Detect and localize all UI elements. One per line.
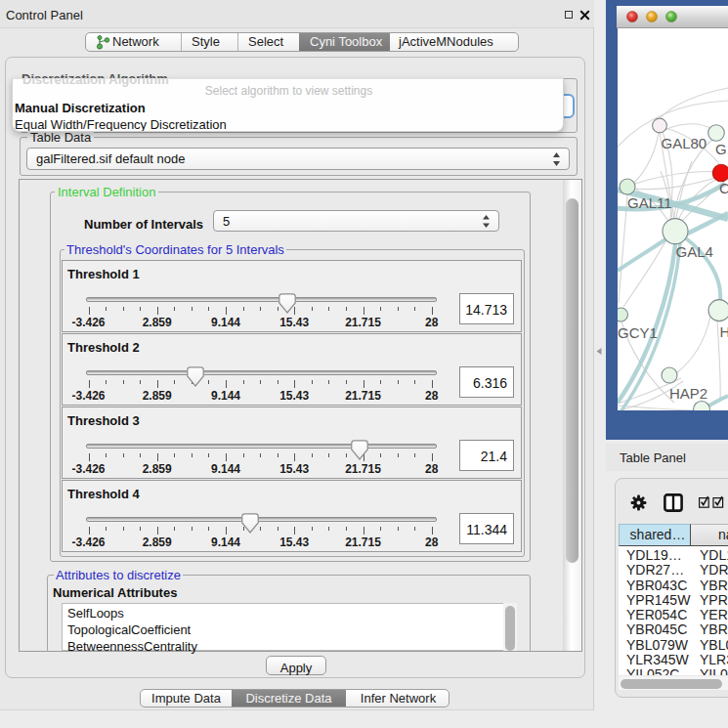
svg-text:GAL80: GAL80 [662,135,707,151]
svg-text:GAL11: GAL11 [627,194,672,211]
svg-text:H: H [720,323,728,340]
svg-text:GCY1: GCY1 [618,324,658,341]
svg-text:GAL4: GAL4 [676,243,713,260]
svg-text:C: C [719,180,728,196]
svg-text:G.: G. [715,141,728,157]
svg-text:HAP2: HAP2 [669,385,707,402]
